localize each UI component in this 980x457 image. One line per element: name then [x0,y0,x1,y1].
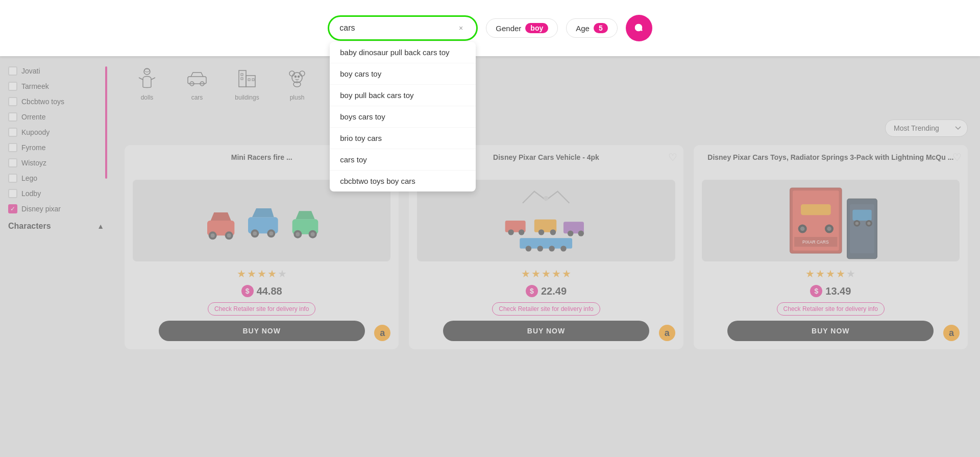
category-buildings[interactable]: buildings [225,62,270,105]
svg-point-37 [508,229,514,235]
svg-point-2 [144,69,150,72]
delivery-btn-2[interactable]: Check Retailer site for delivery info [492,302,600,316]
autocomplete-item[interactable]: brio toy cars [330,128,476,149]
categories-row: dolls cars [112,56,980,111]
brand-list: Jovati Tarmeek Cbcbtwo toys Orrente Kupo… [8,66,104,213]
autocomplete-item[interactable]: boy cars toy [330,63,476,85]
svg-point-38 [519,229,524,235]
category-dolls[interactable]: dolls [125,62,169,105]
svg-point-67 [867,222,870,225]
brand-label: Tarmeek [21,82,49,90]
brand-checkbox-fyrome[interactable] [8,143,17,152]
svg-point-12 [292,73,302,83]
brand-item-kupoody[interactable]: Kupoody [8,128,104,137]
svg-point-40 [538,229,544,235]
price-value-1: 44.88 [257,285,282,297]
autocomplete-item[interactable]: baby dinosaur pull back cars toy [330,42,476,63]
brand-checkbox-disney-pixar[interactable] [8,204,17,213]
stars-1: ★ ★ ★ ★ ★ [237,268,287,280]
autocomplete-item[interactable]: cars toy [330,149,476,171]
gender-label: Gender [496,24,521,33]
category-label-dolls: dolls [141,94,154,101]
brand-label: Lodby [21,189,41,198]
autocomplete-item[interactable]: boys cars toy [330,106,476,128]
brand-item-fyrome[interactable]: Fyrome [8,143,104,152]
chevron-up-icon[interactable]: ▲ [97,222,104,230]
category-label-buildings: buildings [235,94,259,101]
svg-rect-11 [252,79,254,81]
retailer-badge-2: a [659,325,675,341]
age-value: 5 [594,23,608,33]
brand-item-disney-pixar[interactable]: Disney pixar [8,204,104,213]
brand-item-lego[interactable]: Lego [8,174,104,183]
brand-item-cbcbtwo[interactable]: Cbcbtwo toys [8,97,104,106]
retailer-badge-3: a [943,325,960,341]
svg-point-49 [561,246,567,251]
characters-title: Characters [8,222,51,231]
buy-button-2[interactable]: BUY NOW [443,321,649,341]
brand-checkbox-cbcbtwo[interactable] [8,97,17,106]
delivery-btn-3[interactable]: Check Retailer site for delivery info [777,302,885,316]
svg-point-56 [800,227,805,231]
product-svg-1 [133,180,390,261]
brand-checkbox-lego[interactable] [8,174,17,183]
product-image-2 [417,180,675,261]
autocomplete-item[interactable]: boy pull back cars toy [330,85,476,106]
car-icon [185,66,209,91]
brand-checkbox-orrente[interactable] [8,112,17,122]
wishlist-button-3[interactable]: ♡ [952,151,962,163]
brand-checkbox-wistoyz[interactable] [8,158,17,167]
brand-label: Cbcbtwo toys [21,98,64,106]
search-box-wrapper: × [328,15,478,41]
buy-button-3[interactable]: BUY NOW [727,321,934,341]
svg-rect-7 [246,76,255,87]
gender-filter[interactable]: Gender boy [486,18,558,38]
product-card-3: Disney Pixar Cars Toys, Radiator Springs… [694,145,968,349]
svg-rect-8 [241,74,243,76]
brand-label: Wistoyz [21,159,46,167]
price-row-2: $ 22.49 [526,285,567,297]
svg-point-46 [526,246,531,251]
svg-point-48 [549,246,555,251]
wishlist-button-2[interactable]: ♡ [668,151,677,163]
category-cars[interactable]: cars [175,62,219,105]
brand-label: Orrente [21,113,45,121]
search-button[interactable] [626,15,652,41]
product-title-1: Mini Racers fire ... [231,153,292,174]
search-input[interactable] [339,23,456,33]
age-filter[interactable]: Age 5 [566,18,618,38]
svg-point-28 [269,231,273,235]
header: × baby dinosaur pull back cars toy boy c… [0,0,980,56]
category-plush[interactable]: plush [275,62,320,105]
price-icon-1: $ [241,285,254,297]
brand-item-tarmeek[interactable]: Tarmeek [8,82,104,91]
sort-row: Most TrendingPrice: Low to HighPrice: Hi… [125,119,968,137]
clear-button[interactable]: × [456,23,466,33]
brand-checkbox-tarmeek[interactable] [8,82,17,91]
buy-button-1[interactable]: BUY NOW [159,321,365,341]
brand-checkbox-lodby[interactable] [8,189,17,198]
svg-point-23 [227,233,231,237]
brand-item-wistoyz[interactable]: Wistoyz [8,158,104,167]
svg-rect-63 [852,210,871,221]
product-image-3: PIXAR CARS [702,180,960,261]
characters-section-header: Characters ▲ [8,222,104,231]
teddy-icon [285,66,309,91]
svg-point-31 [296,232,300,236]
svg-point-47 [537,246,543,251]
autocomplete-dropdown: baby dinosaur pull back cars toy boy car… [330,42,476,191]
brand-label: Disney pixar [21,205,61,213]
search-input-row: × [331,19,474,37]
search-icon [633,22,645,34]
brand-item-lodby[interactable]: Lodby [8,189,104,198]
brand-checkbox-kupoody[interactable] [8,128,17,137]
brand-checkbox-jovati[interactable] [8,66,17,76]
sort-select[interactable]: Most TrendingPrice: Low to HighPrice: Hi… [885,119,968,137]
autocomplete-item[interactable]: cbcbtwo toys boy cars [330,171,476,191]
delivery-btn-1[interactable]: Check Retailer site for delivery info [208,302,315,316]
brand-label: Kupoody [21,128,50,136]
svg-point-58 [827,227,831,231]
brand-item-orrente[interactable]: Orrente [8,112,104,122]
scroll-bar [105,66,107,179]
brand-item-jovati[interactable]: Jovati [8,66,104,76]
